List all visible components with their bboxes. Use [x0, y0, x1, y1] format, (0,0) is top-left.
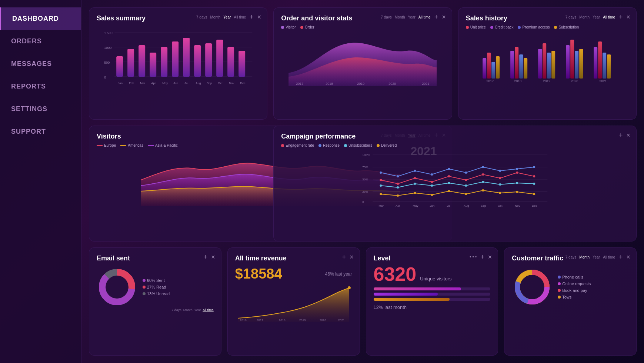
- legend-premium: Premium access: [518, 25, 550, 29]
- svg-rect-19: [238, 51, 245, 77]
- sidebar-item-messages[interactable]: MESSAGES: [0, 53, 81, 75]
- svg-point-125: [348, 286, 351, 289]
- order-stats-controls: 7 days Month Year All time + ×: [381, 14, 446, 20]
- svg-text:Mar: Mar: [379, 204, 384, 207]
- revenue-sub: 46% last year: [325, 272, 352, 277]
- svg-rect-46: [543, 43, 546, 79]
- close-button[interactable]: ×: [626, 254, 630, 260]
- svg-text:Nov: Nov: [229, 81, 234, 85]
- legend-visitor: Visitor: [281, 25, 296, 29]
- email-sent-card: Email sent + × 60% Sent: [89, 247, 221, 356]
- svg-text:2020: 2020: [388, 82, 396, 86]
- add-button[interactable]: +: [250, 14, 254, 20]
- legend-engagement: Engagement rate: [281, 143, 314, 147]
- sales-summary-title: Sales summary: [97, 14, 146, 22]
- filter-7days[interactable]: 7 days: [196, 15, 207, 19]
- level-controls: • • • + ×: [470, 254, 492, 260]
- svg-text:1000: 1000: [104, 46, 111, 50]
- svg-point-76: [448, 175, 450, 177]
- legend-unit-price: Unit price: [466, 25, 486, 29]
- sidebar: DASHBOARD ORDERS MESSAGES REPORTS SETTIN…: [0, 0, 81, 363]
- os-filter-month[interactable]: Month: [395, 15, 405, 19]
- svg-point-98: [482, 181, 484, 183]
- close-button[interactable]: ×: [257, 14, 261, 20]
- svg-rect-49: [566, 45, 570, 79]
- os-filter-7days[interactable]: 7 days: [381, 15, 391, 19]
- sh-filter-year[interactable]: Year: [593, 15, 600, 19]
- svg-rect-55: [603, 53, 606, 79]
- svg-point-111: [533, 193, 535, 195]
- level-percent: 12% last month: [374, 304, 491, 310]
- svg-point-79: [499, 177, 501, 179]
- add-button[interactable]: +: [480, 254, 484, 260]
- os-filter-alltime[interactable]: All time: [418, 15, 431, 19]
- revenue-chart: 2016 2017 2018 2019 2020 2021: [235, 285, 352, 323]
- svg-rect-18: [227, 47, 234, 77]
- close-button[interactable]: ×: [211, 254, 215, 260]
- svg-rect-51: [575, 51, 578, 79]
- svg-point-104: [414, 192, 416, 194]
- svg-text:50%: 50%: [363, 178, 368, 181]
- customer-traffic-title: Customer traffic: [512, 254, 563, 262]
- svg-text:2019: 2019: [357, 82, 364, 86]
- sales-history-chart: 2017 2018 2019 2020 2021: [466, 32, 629, 86]
- add-button[interactable]: +: [204, 254, 208, 260]
- sidebar-item-reports[interactable]: REPORTS: [0, 75, 81, 98]
- svg-rect-56: [607, 54, 611, 79]
- sales-summary-card: Sales summary 7 days Month Year All time…: [89, 7, 267, 120]
- svg-rect-48: [551, 51, 555, 79]
- svg-point-87: [465, 171, 467, 174]
- svg-point-83: [397, 175, 399, 177]
- os-filter-year[interactable]: Year: [408, 15, 416, 19]
- sidebar-item-dashboard[interactable]: DASHBOARD: [0, 7, 81, 30]
- filter-alltime[interactable]: All time: [234, 15, 246, 19]
- svg-point-107: [465, 193, 467, 195]
- legend-subscription: Subscription: [554, 25, 579, 29]
- dots-icon: • • •: [470, 254, 477, 260]
- sh-filter-alltime[interactable]: All time: [603, 15, 615, 19]
- legend-sent: 60% Sent: [143, 278, 170, 283]
- sh-filters: 7 days Month Year All time: [565, 15, 615, 19]
- add-button[interactable]: +: [434, 14, 438, 20]
- legend-unread: 13% Unread: [143, 292, 170, 296]
- svg-text:2016: 2016: [240, 319, 247, 322]
- sidebar-item-support[interactable]: SUPPORT: [0, 120, 81, 143]
- legend-order: Order: [300, 25, 314, 29]
- filter-year[interactable]: Year: [223, 15, 231, 19]
- close-button[interactable]: ×: [488, 254, 492, 260]
- add-button[interactable]: +: [342, 254, 346, 260]
- sales-history-card: Sales history 7 days Month Year All time…: [458, 7, 637, 120]
- add-button[interactable]: +: [619, 132, 623, 139]
- filter-month[interactable]: Month: [210, 15, 220, 19]
- svg-point-72: [380, 179, 382, 181]
- email-time-filters: 7 days Month Year All time: [97, 308, 214, 312]
- svg-point-73: [397, 183, 399, 185]
- close-button[interactable]: ×: [626, 132, 630, 139]
- visitors-title: Visitors: [97, 133, 121, 140]
- email-sent-title: Email sent: [97, 254, 130, 262]
- ct-filter-alltime[interactable]: All time: [603, 255, 615, 259]
- svg-point-86: [448, 168, 450, 170]
- ct-filter-month[interactable]: Month: [579, 255, 590, 259]
- main-content: Sales summary 7 days Month Year All time…: [81, 0, 644, 363]
- svg-point-80: [516, 171, 518, 174]
- sidebar-item-settings[interactable]: SETTINGS: [0, 98, 81, 120]
- svg-text:Dec: Dec: [240, 81, 245, 85]
- svg-rect-16: [205, 43, 212, 77]
- sh-filter-month[interactable]: Month: [579, 15, 590, 19]
- svg-rect-14: [183, 38, 190, 77]
- add-button[interactable]: +: [619, 254, 623, 260]
- add-button[interactable]: +: [619, 14, 623, 20]
- close-button[interactable]: ×: [350, 254, 354, 260]
- close-button[interactable]: ×: [442, 14, 446, 20]
- sh-filter-7days[interactable]: 7 days: [565, 15, 576, 19]
- svg-point-103: [397, 194, 399, 197]
- sales-history-controls: 7 days Month Year All time + ×: [565, 14, 630, 20]
- ct-filter-year[interactable]: Year: [593, 255, 600, 259]
- svg-text:2021: 2021: [338, 319, 345, 322]
- close-button[interactable]: ×: [626, 14, 630, 20]
- svg-rect-43: [519, 54, 523, 79]
- sidebar-item-orders[interactable]: ORDERS: [0, 30, 81, 53]
- ct-filter-7days[interactable]: 7 days: [565, 255, 576, 259]
- sales-summary-filters: 7 days Month Year All time: [196, 15, 246, 19]
